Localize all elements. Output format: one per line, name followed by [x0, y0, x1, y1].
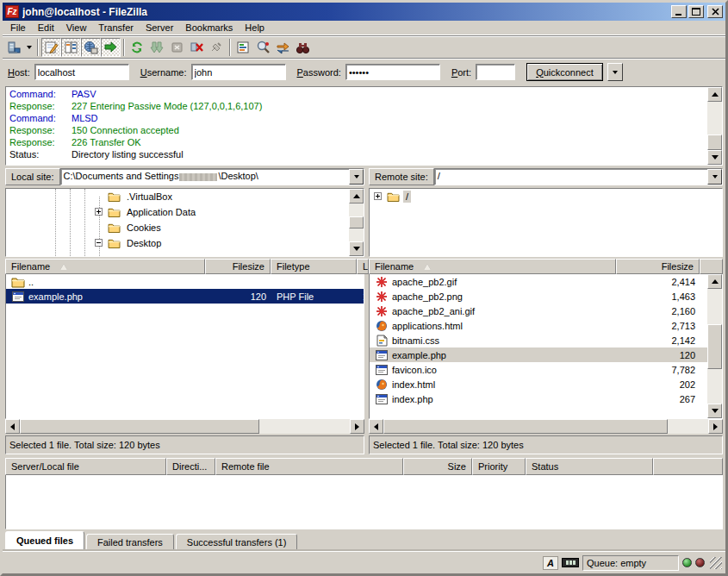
local-column-filesize[interactable]: Filesize	[205, 259, 271, 274]
remote-file-row[interactable]: favicon.ico 7,782	[370, 362, 707, 377]
toggle-remote-tree-button[interactable]	[81, 38, 101, 57]
local-site-combo[interactable]: C:\Documents and Settings\Desktop\	[60, 168, 364, 185]
expand-icon[interactable]	[95, 208, 103, 216]
log-scrollbar[interactable]	[707, 87, 722, 165]
quickconnect-dropdown[interactable]	[607, 63, 623, 81]
menu-transfer[interactable]: Transfer	[92, 22, 140, 34]
menu-bookmarks[interactable]: Bookmarks	[179, 22, 239, 34]
scroll-up-button[interactable]	[707, 274, 722, 289]
synchronized-browsing-button[interactable]	[273, 38, 293, 57]
tree-item-virtualbox[interactable]: .VirtualBox	[6, 189, 349, 204]
remote-file-row[interactable]: applications.html 2,713	[370, 318, 707, 333]
scroll-track[interactable]	[707, 102, 722, 135]
local-file-row-example-php[interactable]: example.php 120 PHP File 1	[6, 289, 364, 304]
disconnect-button[interactable]	[187, 38, 207, 57]
remote-file-row[interactable]: bitnami.css 2,142	[370, 333, 707, 347]
close-button[interactable]	[707, 5, 723, 18]
scroll-down-button[interactable]	[349, 241, 364, 256]
remote-tree-body[interactable]: /	[370, 189, 722, 256]
username-input[interactable]	[191, 64, 286, 80]
scroll-up-button[interactable]	[707, 87, 722, 102]
find-files-button[interactable]	[293, 38, 313, 57]
scroll-down-button[interactable]	[707, 150, 722, 165]
menu-view[interactable]: View	[60, 22, 93, 34]
queue-column-status[interactable]: Status	[526, 458, 653, 475]
queue-column-size[interactable]: Size	[403, 458, 472, 475]
reconnect-button[interactable]	[207, 38, 227, 57]
quickconnect-button[interactable]: Quickconnect	[526, 63, 603, 81]
scroll-track[interactable]	[349, 203, 364, 216]
site-manager-dropdown[interactable]	[24, 38, 34, 57]
scroll-track[interactable]	[668, 419, 708, 434]
tree-item-application-data[interactable]: Application Data	[6, 204, 349, 220]
cancel-button[interactable]	[167, 38, 187, 57]
menu-edit[interactable]: Edit	[32, 22, 60, 34]
remote-file-row-example-php[interactable]: example.php 120	[370, 347, 707, 362]
remote-file-row[interactable]: apache_pb2.gif 2,414	[370, 274, 707, 289]
filter-button[interactable]	[233, 38, 253, 57]
remote-site-dropdown[interactable]	[707, 169, 722, 185]
port-input[interactable]	[476, 64, 515, 80]
scroll-track[interactable]	[259, 419, 350, 434]
queue-column-direction[interactable]: Directi...	[166, 458, 215, 475]
local-tree-body[interactable]: .VirtualBox Application Data Cookies	[6, 189, 349, 256]
scroll-down-button[interactable]	[707, 404, 722, 418]
scroll-left-button[interactable]	[5, 419, 20, 434]
local-horizontal-scrollbar[interactable]	[5, 419, 364, 434]
process-queue-button[interactable]	[147, 38, 167, 57]
scroll-left-button[interactable]	[369, 419, 383, 434]
menu-file[interactable]: File	[4, 22, 32, 34]
scroll-thumb[interactable]	[707, 135, 722, 150]
scroll-thumb[interactable]	[707, 324, 722, 369]
queue-body[interactable]	[5, 475, 723, 529]
local-tree-scrollbar[interactable]	[349, 189, 364, 256]
site-manager-button[interactable]	[4, 38, 24, 57]
remote-file-row[interactable]: index.php 267	[370, 391, 707, 406]
scroll-thumb[interactable]	[349, 216, 364, 229]
expand-icon[interactable]	[374, 192, 382, 200]
scroll-thumb[interactable]	[383, 419, 668, 434]
remote-column-filename[interactable]: Filename	[369, 259, 616, 274]
local-column-filetype[interactable]: Filetype	[271, 259, 357, 274]
menu-server[interactable]: Server	[140, 22, 179, 34]
toggle-queue-button[interactable]	[101, 38, 121, 57]
collapse-icon[interactable]	[95, 239, 103, 247]
data-type-indicator-icon[interactable]: A	[543, 556, 558, 570]
queue-column-server-local-file[interactable]: Server/Local file	[5, 458, 166, 475]
tree-item-desktop[interactable]: Desktop	[6, 235, 349, 251]
queue-column-remote-file[interactable]: Remote file	[215, 458, 403, 475]
speed-limits-icon[interactable]	[562, 558, 579, 567]
queue-column-priority[interactable]: Priority	[472, 458, 526, 475]
scroll-track[interactable]	[349, 229, 364, 241]
password-input[interactable]	[345, 64, 440, 80]
maximize-button[interactable]	[688, 5, 704, 18]
scroll-right-button[interactable]	[350, 419, 364, 434]
local-site-dropdown[interactable]	[349, 169, 364, 185]
remote-list-scrollbar[interactable]	[707, 274, 722, 418]
scroll-track[interactable]	[707, 289, 722, 324]
scroll-right-button[interactable]	[708, 419, 723, 434]
tab-queued-files[interactable]: Queued files	[5, 531, 84, 551]
menu-help[interactable]: Help	[239, 22, 271, 34]
scroll-thumb[interactable]	[20, 419, 259, 434]
tree-item-root[interactable]: /	[370, 189, 722, 204]
tree-item-cookies[interactable]: Cookies	[6, 220, 349, 235]
toggle-message-log-button[interactable]	[41, 38, 61, 57]
toggle-local-tree-button[interactable]	[61, 38, 81, 57]
remote-column-filesize[interactable]: Filesize	[616, 259, 700, 274]
directory-comparison-button[interactable]	[253, 38, 273, 57]
remote-file-row[interactable]: apache_pb2_ani.gif 2,160	[370, 304, 707, 318]
resize-grip[interactable]	[710, 557, 722, 569]
scroll-up-button[interactable]	[349, 189, 364, 203]
remote-site-combo[interactable]: /	[434, 168, 723, 185]
tab-failed-transfers[interactable]: Failed transfers	[86, 534, 174, 551]
remote-file-row[interactable]: apache_pb2.png 1,463	[370, 289, 707, 304]
remote-file-row[interactable]: index.html 202	[370, 377, 707, 391]
tab-successful-transfers[interactable]: Successful transfers (1)	[176, 534, 298, 551]
scroll-track[interactable]	[707, 369, 722, 404]
refresh-button[interactable]	[128, 38, 147, 57]
remote-horizontal-scrollbar[interactable]	[369, 419, 723, 434]
local-column-filename[interactable]: Filename	[5, 259, 205, 274]
host-input[interactable]	[34, 64, 129, 80]
minimize-button[interactable]	[671, 5, 687, 18]
